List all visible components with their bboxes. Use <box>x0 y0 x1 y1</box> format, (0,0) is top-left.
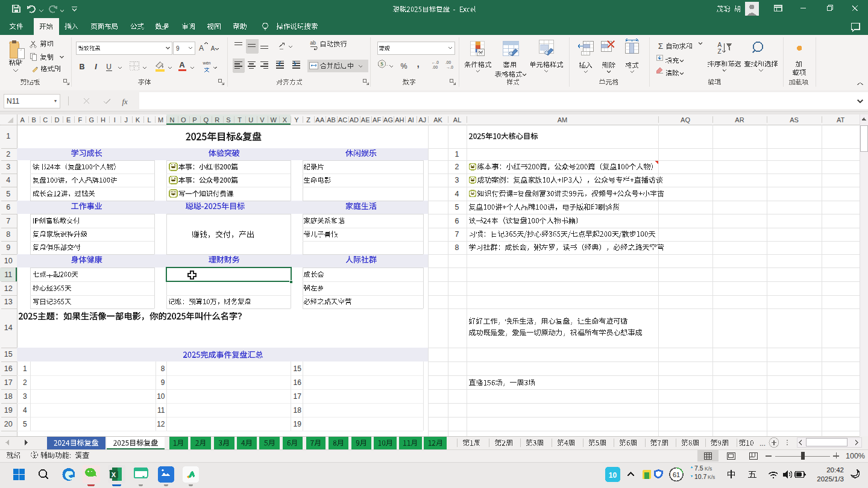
svg-text:J: J <box>125 116 128 124</box>
svg-text:H: H <box>101 116 105 124</box>
svg-text:AH: AH <box>395 116 404 124</box>
svg-text:9: 9 <box>161 378 165 387</box>
svg-text:AD: AD <box>350 116 359 124</box>
svg-text:8: 8 <box>161 364 165 373</box>
svg-text:10: 10 <box>157 392 165 401</box>
svg-text:AI: AI <box>407 116 414 124</box>
svg-text:AQ: AQ <box>681 116 690 124</box>
svg-text:I: I <box>114 116 116 124</box>
svg-text:fx: fx <box>122 98 127 106</box>
svg-text:18: 18 <box>294 406 302 414</box>
svg-text:N11: N11 <box>7 97 19 105</box>
svg-text:S: S <box>226 116 230 124</box>
svg-text:W: W <box>271 116 277 124</box>
svg-text:ab: ab <box>310 40 316 46</box>
svg-text:20:42: 20:42 <box>826 466 844 474</box>
svg-text:AJ: AJ <box>418 116 426 124</box>
svg-text:T: T <box>237 116 242 124</box>
svg-text:B: B <box>32 116 36 124</box>
svg-text:G: G <box>89 116 95 124</box>
svg-text:11: 11 <box>157 406 165 414</box>
svg-text:5: 5 <box>455 203 459 211</box>
svg-text:.00: .00 <box>445 60 451 64</box>
svg-text:12: 12 <box>157 420 165 428</box>
svg-text:20: 20 <box>4 420 13 428</box>
svg-text:4: 4 <box>23 406 27 414</box>
svg-text:$: $ <box>380 61 383 67</box>
svg-text:A: A <box>718 42 722 48</box>
svg-text:E: E <box>66 116 71 124</box>
svg-text:AR: AR <box>735 116 744 124</box>
svg-text:Z: Z <box>306 116 310 124</box>
svg-text:F: F <box>78 116 82 124</box>
svg-text:4: 4 <box>6 176 10 184</box>
svg-text:19: 19 <box>4 406 13 414</box>
svg-text:8: 8 <box>455 243 459 252</box>
svg-text:wén: wén <box>203 61 211 65</box>
svg-text:A: A <box>199 44 204 52</box>
svg-text:A: A <box>179 60 185 69</box>
svg-text:3: 3 <box>6 163 10 171</box>
svg-text:13: 13 <box>4 298 13 306</box>
svg-text:D: D <box>55 116 60 124</box>
svg-text:14: 14 <box>4 324 13 332</box>
svg-text:▾: ▾ <box>54 98 57 104</box>
svg-text:A: A <box>20 116 25 124</box>
svg-text:L: L <box>148 116 151 124</box>
svg-text:AK: AK <box>433 116 442 124</box>
svg-text:X: X <box>283 116 288 124</box>
svg-text:B: B <box>79 63 84 71</box>
svg-text:5: 5 <box>23 420 27 428</box>
svg-text:2: 2 <box>23 378 27 387</box>
svg-text:3: 3 <box>23 392 27 401</box>
svg-text:15: 15 <box>4 350 13 358</box>
svg-text:61: 61 <box>673 471 680 478</box>
svg-text:2025/1/3: 2025/1/3 <box>817 475 844 483</box>
svg-text:X: X <box>112 471 116 478</box>
svg-text:AC: AC <box>338 116 347 124</box>
svg-text:18: 18 <box>4 392 13 401</box>
svg-text:K: K <box>136 116 140 124</box>
svg-text:.00: .00 <box>432 65 438 69</box>
svg-text:17: 17 <box>294 392 302 401</box>
svg-text:AM: AM <box>558 116 568 124</box>
svg-text:1: 1 <box>455 150 459 158</box>
svg-text:9: 9 <box>6 243 10 252</box>
svg-text:AF: AF <box>373 116 381 124</box>
svg-text:6: 6 <box>455 217 459 225</box>
svg-text:7: 7 <box>6 217 10 225</box>
svg-text:1: 1 <box>23 364 27 373</box>
svg-text:15: 15 <box>294 364 302 373</box>
svg-text:N: N <box>170 116 175 124</box>
svg-text:Z: Z <box>718 48 722 55</box>
svg-text:Q: Q <box>203 116 209 124</box>
svg-text:8: 8 <box>6 230 10 239</box>
svg-text:,: , <box>417 59 420 69</box>
svg-text:Σ: Σ <box>658 42 663 51</box>
svg-text:K/s: K/s <box>705 466 712 472</box>
svg-text:O: O <box>181 116 186 124</box>
svg-text:P: P <box>192 116 197 124</box>
svg-text:R: R <box>215 116 219 124</box>
svg-text:9: 9 <box>176 45 180 52</box>
svg-text:U: U <box>106 63 112 71</box>
svg-text:V: V <box>260 116 265 124</box>
svg-text:19: 19 <box>294 420 302 428</box>
svg-text:6: 6 <box>6 203 10 211</box>
svg-text:AA: AA <box>315 116 324 124</box>
svg-text:AL: AL <box>453 116 461 124</box>
svg-text:←.0: ←.0 <box>432 60 439 64</box>
svg-text:AS: AS <box>790 116 799 124</box>
svg-text:AG: AG <box>383 116 393 124</box>
svg-text:16: 16 <box>294 378 302 387</box>
svg-text:5: 5 <box>6 190 10 198</box>
svg-text:...: ... <box>760 439 766 448</box>
svg-text:12: 12 <box>4 284 13 293</box>
svg-text:10.7: 10.7 <box>694 473 707 480</box>
svg-text:10: 10 <box>4 257 13 265</box>
svg-text:7.5: 7.5 <box>694 465 703 472</box>
svg-text:AT: AT <box>837 116 845 124</box>
svg-text:%: % <box>400 62 407 70</box>
svg-text:10: 10 <box>609 471 617 480</box>
svg-text:11: 11 <box>4 271 12 279</box>
